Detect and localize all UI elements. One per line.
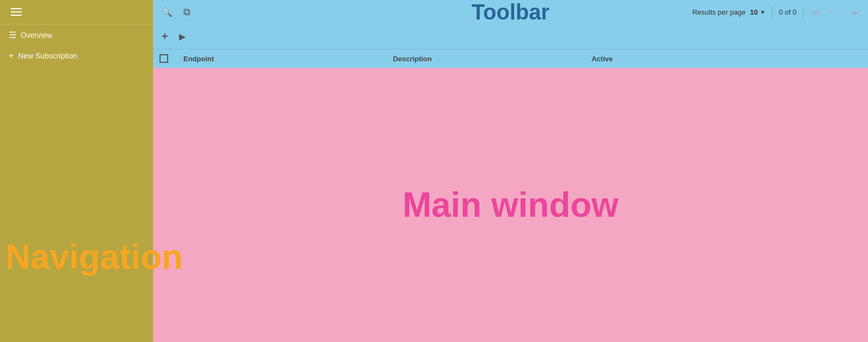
hamburger-menu[interactable] bbox=[9, 6, 24, 18]
last-page-button[interactable]: ⏭ bbox=[850, 7, 861, 18]
col-header-description: Description bbox=[277, 55, 548, 63]
col-header-endpoint: Endpoint bbox=[168, 55, 277, 63]
next-page-button[interactable]: › bbox=[838, 7, 845, 18]
toolbar-actions: + ▶ bbox=[153, 24, 868, 49]
results-per-page-value: 10 bbox=[750, 8, 757, 16]
search-icon: 🔍 bbox=[162, 7, 173, 17]
results-per-page-label: Results per page bbox=[692, 8, 745, 16]
sidebar-nav: ☰ Overview + New Subscription bbox=[0, 24, 153, 66]
overview-icon: ☰ bbox=[9, 30, 16, 40]
divider bbox=[772, 6, 773, 19]
col-header-active: Active bbox=[548, 55, 656, 63]
sidebar-new-subscription-label: New Subscription bbox=[18, 51, 77, 60]
toolbar-top: 🔍 ⧉ Toolbar Results per page 10 ▼ 0 of 0 bbox=[153, 0, 868, 24]
filter-button[interactable]: ⧉ bbox=[181, 4, 193, 20]
toolbar-title: Toolbar bbox=[471, 0, 550, 24]
prev-page-button[interactable]: ‹ bbox=[826, 7, 833, 18]
first-page-icon: ⏮ bbox=[812, 8, 820, 17]
divider2 bbox=[803, 6, 803, 19]
filter-icon: ⧉ bbox=[183, 7, 190, 18]
toolbar-right: Results per page 10 ▼ 0 of 0 ⏮ ‹ › bbox=[692, 6, 861, 19]
prev-page-icon: ‹ bbox=[828, 8, 831, 17]
toolbar-area: 🔍 ⧉ Toolbar Results per page 10 ▼ 0 of 0 bbox=[153, 0, 868, 68]
main-window-label: Main window bbox=[403, 185, 618, 225]
next-page-icon: › bbox=[840, 8, 843, 17]
sidebar-item-overview[interactable]: ☰ Overview bbox=[0, 24, 153, 46]
first-page-button[interactable]: ⏮ bbox=[810, 7, 822, 18]
main-window: Main window bbox=[153, 68, 868, 342]
results-per-page-select[interactable]: 10 ▼ bbox=[750, 8, 765, 16]
table-header: Endpoint Description Active bbox=[153, 49, 868, 68]
send-button[interactable]: ▶ bbox=[177, 29, 188, 44]
add-button[interactable]: + bbox=[159, 28, 170, 45]
add-icon: + bbox=[162, 30, 168, 43]
send-icon: ▶ bbox=[179, 31, 186, 42]
select-all-checkbox[interactable] bbox=[159, 54, 168, 63]
sidebar-header bbox=[0, 0, 153, 24]
search-button[interactable]: 🔍 bbox=[159, 5, 175, 20]
plus-icon: + bbox=[9, 51, 14, 61]
sidebar-overview-label: Overview bbox=[21, 31, 52, 40]
dropdown-arrow-icon: ▼ bbox=[760, 9, 765, 15]
pagination-info: 0 of 0 bbox=[779, 8, 797, 16]
sidebar: ☰ Overview + New Subscription Navigation bbox=[0, 0, 153, 342]
sidebar-item-new-subscription[interactable]: + New Subscription bbox=[0, 46, 153, 66]
last-page-icon: ⏭ bbox=[852, 8, 859, 17]
main-area: 🔍 ⧉ Toolbar Results per page 10 ▼ 0 of 0 bbox=[153, 0, 868, 342]
